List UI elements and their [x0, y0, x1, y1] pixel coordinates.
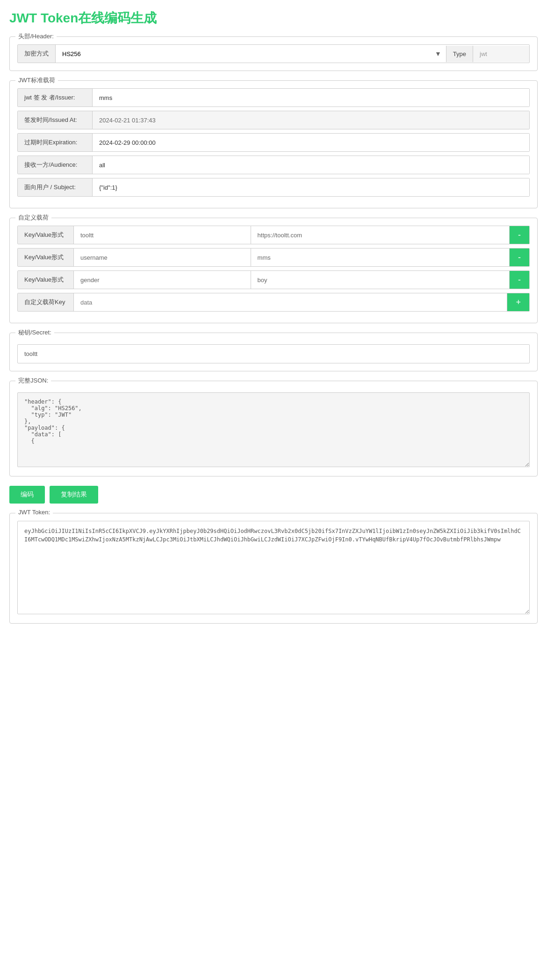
custom-val-input-2[interactable] — [251, 249, 510, 266]
custom-payload-section: 自定义载荷 Key/Value形式 - Key/Value形式 - Key/Va… — [9, 218, 538, 323]
type-label: Type — [446, 46, 473, 62]
secret-legend: 秘钥/Secret: — [15, 328, 54, 337]
type-value: jwt — [473, 46, 529, 62]
issued-at-value: 2024-02-21 01:37:43 — [93, 111, 529, 129]
custom-row-1: Key/Value形式 - — [17, 226, 530, 244]
custom-row-3: Key/Value形式 - — [17, 270, 530, 289]
action-buttons: 编码 复制结果 — [9, 486, 538, 504]
subject-input[interactable] — [93, 178, 529, 196]
copy-button[interactable]: 复制结果 — [50, 486, 98, 504]
secret-input[interactable] — [17, 344, 530, 363]
page-title: JWT Token在线编码生成 — [9, 9, 538, 27]
algorithm-label: 加密方式 — [18, 45, 56, 63]
header-section: 头部/Header: 加密方式 HS256 HS384 HS512 RS256 … — [9, 36, 538, 71]
custom-val-input-3[interactable] — [251, 271, 510, 289]
custom-val-input-1[interactable] — [251, 226, 510, 244]
audience-row: 接收一方/Audience: — [17, 156, 530, 174]
json-textarea[interactable]: "header": { "alg": "HS256", "typ": "JWT"… — [17, 392, 530, 467]
custom-field-label-3: Key/Value形式 — [18, 271, 74, 289]
secret-section: 秘钥/Secret: — [9, 333, 538, 371]
json-section: 完整JSON: "header": { "alg": "HS256", "typ… — [9, 381, 538, 476]
add-row-button[interactable]: + — [507, 293, 529, 311]
add-row-label: 自定义载荷Key — [18, 293, 74, 311]
custom-field-label-2: Key/Value形式 — [18, 249, 74, 266]
expiration-input[interactable] — [93, 134, 529, 151]
jwt-token-legend: JWT Token: — [15, 509, 53, 516]
remove-row-3-button[interactable]: - — [510, 271, 529, 289]
standard-payload-legend: JWT标准载荷 — [15, 76, 58, 85]
add-row-input[interactable] — [74, 293, 507, 311]
json-legend: 完整JSON: — [15, 376, 51, 385]
expiration-label: 过期时间Expiration: — [18, 134, 93, 151]
encode-button[interactable]: 编码 — [9, 486, 45, 504]
subject-label: 面向用户 / Subject: — [18, 178, 93, 196]
audience-input[interactable] — [93, 156, 529, 174]
custom-key-input-3[interactable] — [74, 271, 251, 289]
subject-row: 面向用户 / Subject: — [17, 178, 530, 197]
standard-payload-section: JWT标准载荷 jwt 签 发 者/Issuer: 签发时间/Issued At… — [9, 80, 538, 208]
remove-row-1-button[interactable]: - — [510, 226, 529, 244]
jwt-token-textarea[interactable]: eyJhbGciOiJIUzI1NiIsInR5cCI6IkpXVCJ9.eyJ… — [17, 521, 530, 614]
custom-row-2: Key/Value形式 - — [17, 248, 530, 267]
custom-key-input-2[interactable] — [74, 249, 251, 266]
custom-key-input-1[interactable] — [74, 226, 251, 244]
audience-label: 接收一方/Audience: — [18, 156, 93, 174]
algorithm-select[interactable]: HS256 HS384 HS512 RS256 — [56, 46, 446, 62]
header-legend: 头部/Header: — [15, 32, 57, 41]
issued-at-label: 签发时间/Issued At: — [18, 111, 93, 129]
issuer-label: jwt 签 发 者/Issuer: — [18, 89, 93, 107]
custom-field-label-1: Key/Value形式 — [18, 226, 74, 244]
issuer-input[interactable] — [93, 89, 529, 107]
expiration-row: 过期时间Expiration: — [17, 133, 530, 152]
algorithm-select-wrapper[interactable]: HS256 HS384 HS512 RS256 ▼ — [56, 46, 446, 62]
header-row: 加密方式 HS256 HS384 HS512 RS256 ▼ Type jwt — [17, 44, 530, 63]
jwt-output-section: JWT Token: eyJhbGciOiJIUzI1NiIsInR5cCI6I… — [9, 513, 538, 624]
issuer-row: jwt 签 发 者/Issuer: — [17, 88, 530, 107]
add-custom-row: 自定义载荷Key + — [17, 293, 530, 312]
issued-at-row: 签发时间/Issued At: 2024-02-21 01:37:43 — [17, 111, 530, 129]
remove-row-2-button[interactable]: - — [510, 249, 529, 266]
custom-payload-legend: 自定义载荷 — [15, 213, 51, 222]
